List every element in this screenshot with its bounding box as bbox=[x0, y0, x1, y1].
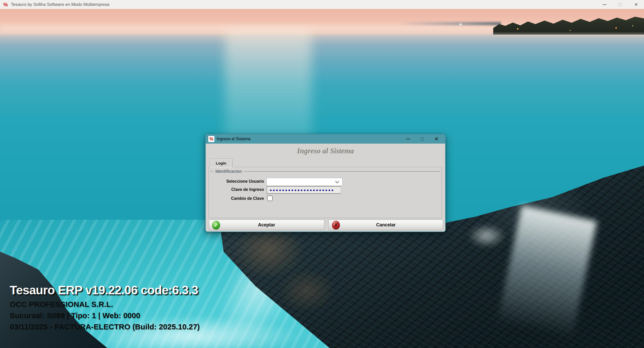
minimize-button[interactable] bbox=[596, 0, 612, 9]
minimize-icon bbox=[603, 4, 606, 5]
user-select-label: Seleccione Usuario bbox=[216, 179, 264, 184]
dialog-maximize-button[interactable] bbox=[415, 134, 429, 144]
accept-button-label: Aceptar bbox=[209, 222, 324, 228]
dialog-button-bar: ✓ Aceptar ✗ Cancelar bbox=[206, 220, 445, 230]
user-select[interactable] bbox=[267, 178, 342, 186]
erp-version-text: Tesauro ERP v19.22.06 code:6.3.3 bbox=[10, 283, 200, 297]
tab-login[interactable]: Login bbox=[210, 158, 233, 167]
maximize-icon bbox=[618, 3, 622, 6]
peninsula-waterline bbox=[493, 33, 644, 34]
sea-foam bbox=[468, 224, 506, 248]
dialog-minimize-button[interactable] bbox=[401, 134, 415, 144]
dialog-title: Ingreso al Sistema bbox=[217, 137, 251, 141]
login-dialog: % Ingreso al Sistema ✕ Ingreso al Sistem… bbox=[205, 134, 446, 232]
window-controls: ✕ bbox=[596, 0, 644, 9]
maximize-button[interactable] bbox=[612, 0, 628, 9]
group-header: Identificacion bbox=[210, 169, 440, 174]
change-password-label: Cambio de Clave bbox=[216, 196, 264, 201]
dialog-logo-icon: % bbox=[208, 136, 214, 142]
password-masked-value: ●●●●●●●●●●●●●●●●●●●●● bbox=[270, 188, 334, 192]
peninsula-silhouette bbox=[493, 13, 644, 34]
dialog-controls: ✕ bbox=[401, 134, 444, 144]
group-line bbox=[244, 171, 440, 172]
version-overlay: Tesauro ERP v19.22.06 code:6.3.3 OCC PRO… bbox=[10, 283, 200, 331]
branch-info-text: Sucursal: S099 | Tipo: 1 | Web: 0000 bbox=[10, 311, 200, 320]
chevron-down-icon bbox=[335, 179, 339, 183]
dialog-maximize-icon bbox=[421, 137, 424, 141]
dialog-close-button[interactable]: ✕ bbox=[429, 134, 444, 144]
accept-button[interactable]: ✓ Aceptar bbox=[209, 220, 324, 230]
close-button[interactable]: ✕ bbox=[628, 0, 644, 9]
app-screen: % Tesauro by Sofiha Software en Modo Mul… bbox=[0, 0, 644, 348]
change-password-checkbox[interactable] bbox=[267, 195, 273, 201]
group-line bbox=[210, 171, 213, 172]
dialog-heading: Ingreso al Sistema bbox=[206, 147, 445, 155]
app-logo-icon: % bbox=[3, 2, 8, 7]
distant-shoreline bbox=[399, 22, 501, 25]
identification-panel: Identificacion Seleccione Usuario ⬇ Clav… bbox=[209, 167, 442, 218]
password-label: Clave de Ingreso bbox=[216, 187, 264, 192]
dialog-minimize-icon bbox=[406, 139, 410, 139]
close-icon: ✕ bbox=[634, 2, 638, 7]
company-name-text: OCC PROFESSIONAL S.R.L. bbox=[10, 300, 200, 308]
build-info-text: 03/11/2025 - FACTURA-ELECTRO (Build: 202… bbox=[10, 322, 200, 331]
group-label: Identificacion bbox=[215, 169, 242, 174]
cancel-button[interactable]: ✗ Cancelar bbox=[329, 220, 443, 230]
dialog-titlebar[interactable]: % Ingreso al Sistema ✕ bbox=[206, 134, 445, 144]
dialog-close-icon: ✕ bbox=[434, 136, 439, 142]
peninsula-lights bbox=[493, 13, 494, 13]
window-title: Tesauro by Sofiha Software en Modo Multi… bbox=[11, 2, 110, 7]
password-input[interactable]: ●●●●●●●●●●●●●●●●●●●●● bbox=[267, 186, 341, 193]
cancel-button-label: Cancelar bbox=[329, 222, 443, 228]
distant-light bbox=[460, 24, 461, 25]
window-titlebar: % Tesauro by Sofiha Software en Modo Mul… bbox=[0, 0, 644, 9]
